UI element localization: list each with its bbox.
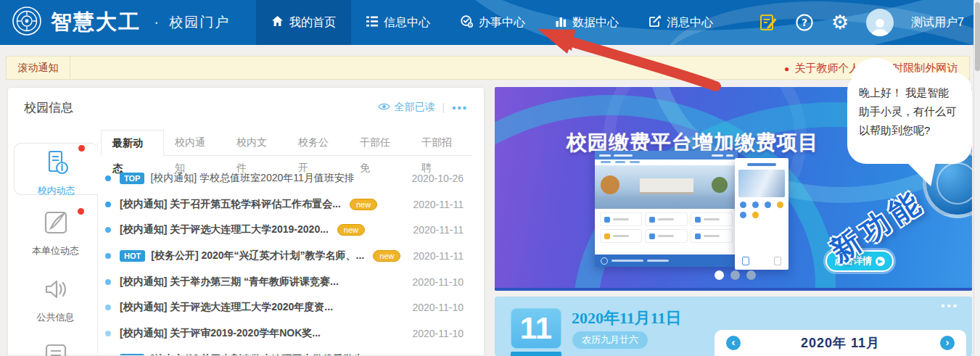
news-row[interactable]: HOT [校务公开] 2020年“兴辽英才计划”教学名师、... new 202… <box>102 243 471 269</box>
brand[interactable]: 智慧大工 · 校园门户 <box>12 0 230 45</box>
nav-item-home[interactable]: 我的首页 <box>256 0 351 45</box>
bullet-icon <box>105 279 111 285</box>
calendar-day-tile: 11 <box>511 308 561 349</box>
nav-item-label: 数据中心 <box>572 15 619 30</box>
news-row[interactable]: [校内通知] 关于举办第三期 “青年教师讲课竞赛... 2020-11-10 <box>102 269 471 295</box>
edit-note-icon[interactable] <box>759 13 778 32</box>
next-month-button[interactable]: › <box>940 336 955 350</box>
news-date: 2020-11-10 <box>412 302 464 313</box>
mini-calendar: ‹ 2020年 11月 › <box>715 330 966 356</box>
calendar-date-title: 2020年11月11日 <box>572 307 682 329</box>
news-row[interactable]: [校内通知] 关于评选大连理工大学2019-2020... new 2020-1… <box>102 217 471 243</box>
news-date: 2020-11-11 <box>413 250 464 262</box>
banner-screenshot-panel <box>735 158 788 270</box>
news-title[interactable]: [校内文件] 关于表彰嘉奖大连理工大学优秀学生... <box>150 353 371 355</box>
news-tab[interactable]: 最新动态 <box>101 130 164 156</box>
news-list: TOP [校内通知] 学校总值班室2020年11月值班安排 2020-10-26… <box>102 165 471 355</box>
bullet-icon <box>105 175 111 181</box>
mini-page-header <box>595 151 738 160</box>
top-navbar: 智慧大工 · 校园门户 我的首页 信息中心 <box>0 0 980 45</box>
more-options-button[interactable]: ••• <box>452 102 468 114</box>
check-gear-icon <box>461 15 473 30</box>
mark-all-read-button[interactable]: 全部已读 <box>378 101 435 114</box>
news-title[interactable]: [校内通知] 关于评选大连理工大学2020年度资... <box>120 301 333 314</box>
news-tab[interactable]: 校内文件 <box>226 130 287 155</box>
bullet-icon <box>105 331 111 336</box>
notice-label: 滚动通知 <box>7 57 70 79</box>
help-icon[interactable]: ? <box>795 13 814 32</box>
nav-item-info-center[interactable]: 信息中心 <box>351 0 445 45</box>
news-row[interactable]: TOP [校内文件] 关于表彰嘉奖大连理工大学优秀学生... <box>102 347 471 355</box>
news-tab[interactable]: 干部招聘 <box>411 130 472 155</box>
page-scrollbar[interactable] <box>973 0 980 356</box>
carousel-dot[interactable] <box>746 270 756 280</box>
calendar-card: 11 2020年11月11日 农历九月廿六 ‹ 2020年 11月 › ••• <box>495 297 972 356</box>
news-row[interactable]: TOP [校内通知] 学校总值班室2020年11月值班安排 2020-10-26 <box>102 165 471 191</box>
carousel-dot[interactable] <box>715 270 724 280</box>
main-navigation: 我的首页 信息中心 办事中心 <box>256 0 728 45</box>
scrolling-notice-bar: 滚动通知 ●关于教师个人主页临时限制外网访 <box>6 56 970 80</box>
month-label: 2020年 11月 <box>801 334 880 352</box>
priority-badge: TOP <box>120 173 144 184</box>
scrollbar-thumb[interactable] <box>975 2 980 71</box>
bar-chart-icon <box>556 16 567 30</box>
mark-all-read-label: 全部已读 <box>395 101 435 114</box>
priority-badge: TOP <box>120 354 144 355</box>
user-name[interactable]: 测试用户7 <box>911 15 964 30</box>
list-icon <box>366 16 378 30</box>
chat-line: 以帮助到您呢? <box>859 121 960 140</box>
news-tab[interactable]: 干部任免 <box>349 130 411 155</box>
news-title[interactable]: [校务公开] 2020年“兴辽英才计划”教学名师、... <box>151 249 364 262</box>
carousel-dot[interactable] <box>730 270 740 280</box>
chat-line: 晚上好！ 我是智能 <box>859 83 960 102</box>
gear-icon[interactable]: ⚙ <box>831 13 849 33</box>
eye-icon <box>378 102 390 113</box>
unread-badge <box>78 208 84 215</box>
nav-item-label: 我的首页 <box>289 15 336 30</box>
new-badge: new <box>373 250 400 262</box>
new-badge: new <box>337 224 365 236</box>
calendar-more-button[interactable]: ••• <box>941 299 959 312</box>
news-date: 2020-11-11 <box>413 224 464 236</box>
news-tab[interactable]: 校内通知 <box>164 130 226 155</box>
news-title[interactable]: [校内通知] 关于召开第五轮学科评估工作布置会... <box>120 198 341 211</box>
nav-item-label: 信息中心 <box>384 15 430 30</box>
brand-subtitle: 校园门户 <box>169 13 230 32</box>
sidebar-item-unit-news[interactable]: 本单位动态 <box>14 210 97 257</box>
brand-separator: · <box>154 13 159 32</box>
news-row[interactable]: [校内通知] 关于评审2019-2020学年NOK奖... 2020-11-10 <box>102 320 471 347</box>
lunar-date-badge: 农历九月廿六 <box>572 331 648 349</box>
user-avatar[interactable] <box>866 9 894 36</box>
priority-badge: HOT <box>120 250 145 262</box>
nav-item-data-center[interactable]: 数据中心 <box>540 0 634 45</box>
bullet-icon <box>105 253 111 259</box>
news-title[interactable]: [校内通知] 关于举办第三期 “青年教师讲课竞赛... <box>120 276 339 289</box>
chat-line: 助手小灵，有什么可 <box>859 102 960 121</box>
news-tab[interactable]: 校务公开 <box>287 130 349 155</box>
sidebar-item-label: 本单位动态 <box>14 244 97 257</box>
news-date: 2020-10-26 <box>411 173 464 184</box>
news-title[interactable]: [校内通知] 学校总值班室2020年11月值班安排 <box>150 172 354 185</box>
carousel-dots <box>715 270 756 280</box>
news-row[interactable]: [校内通知] 关于评选大连理工大学2020年度资... 2020-11-10 <box>102 294 471 320</box>
news-title[interactable]: [校内通知] 关于评选大连理工大学2019-2020... <box>120 223 329 236</box>
campus-info-panel: 校园信息 全部已读 | ••• 校内动态 <box>7 87 485 356</box>
bullet-icon <box>105 305 111 310</box>
panel-title: 校园信息 <box>24 99 73 116</box>
news-date: 2020-11-10 <box>412 276 464 288</box>
sidebar-item-public-info[interactable]: 公共信息 <box>14 276 97 324</box>
sidebar-item-documents[interactable] <box>14 341 97 356</box>
nav-item-label: 办事中心 <box>479 15 525 30</box>
sidebar-item-campus-news[interactable]: 校内动态 <box>14 143 98 195</box>
news-date: 2020-11-10 <box>412 328 464 339</box>
nav-item-service-center[interactable]: 办事中心 <box>445 0 540 45</box>
mini-page-photo <box>595 165 738 209</box>
university-seal-logo-icon <box>12 6 42 39</box>
news-row[interactable]: [校内通知] 关于召开第五轮学科评估工作布置会... new 2020-11-1… <box>102 191 471 218</box>
news-tabs: 最新动态 校内通知 校内文件 校务公开 干部任免 干部招聘 <box>101 130 472 156</box>
header-divider: | <box>442 102 445 113</box>
nav-item-message-center[interactable]: 消息中心 <box>634 0 728 45</box>
news-title[interactable]: [校内通知] 关于评审2019-2020学年NOK奖... <box>120 327 321 340</box>
unread-badge <box>78 145 85 152</box>
prev-month-button[interactable]: ‹ <box>726 336 741 350</box>
